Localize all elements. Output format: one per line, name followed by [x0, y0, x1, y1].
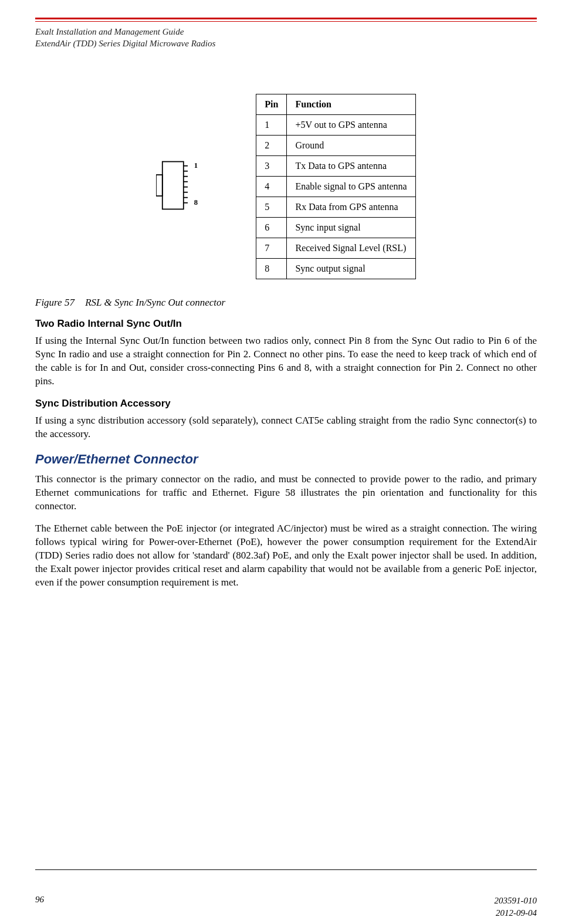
table-row: 7Received Signal Level (RSL)	[256, 238, 415, 259]
subheading-two-radio: Two Radio Internal Sync Out/In	[35, 318, 537, 330]
table-header-row: Pin Function	[256, 94, 415, 115]
section-power-ethernet: Power/Ethernet Connector	[35, 452, 537, 467]
figure-caption: Figure 57 RSL & Sync In/Sync Out connect…	[35, 297, 537, 309]
table-row: 5Rx Data from GPS antenna	[256, 197, 415, 218]
pin-label-1: 1	[194, 161, 198, 170]
header-rule-thin	[35, 21, 537, 22]
table-row: 8Sync output signal	[256, 259, 415, 279]
header-rule-thick	[35, 18, 537, 19]
para-sync-dist: If using a sync distribution accessory (…	[35, 414, 537, 441]
svg-rect-0	[163, 162, 184, 209]
page-number: 96	[35, 895, 44, 905]
table-row: 4Enable signal to GPS antenna	[256, 177, 415, 197]
page-header: Exalt Installation and Management Guide …	[35, 26, 215, 49]
header-line2: ExtendAir (TDD) Series Digital Microwave…	[35, 38, 215, 50]
col-function: Function	[287, 94, 415, 115]
footer-rule	[35, 869, 537, 870]
doc-number: 203591-010	[495, 896, 537, 905]
para-power-eth-1: This connector is the primary connector …	[35, 473, 537, 513]
para-power-eth-2: The Ethernet cable between the PoE injec…	[35, 522, 537, 590]
figure-number: Figure 57	[35, 297, 75, 308]
pins-table: Pin Function 1+5V out to GPS antenna 2Gr…	[256, 94, 415, 279]
pin-label-8: 8	[194, 198, 198, 207]
table-row: 6Sync input signal	[256, 218, 415, 238]
header-line1: Exalt Installation and Management Guide	[35, 26, 215, 38]
table-row: 2Ground	[256, 136, 415, 156]
connector-diagram: 1 8	[156, 156, 209, 217]
doc-date: 2012-09-04	[496, 908, 537, 918]
col-pin: Pin	[256, 94, 287, 115]
figure-title: RSL & Sync In/Sync Out connector	[85, 297, 225, 308]
figure-block: 1 8 Pin Function 1+5V out to GPS antenna…	[35, 94, 537, 279]
para-two-radio: If using the Internal Sync Out/In functi…	[35, 334, 537, 388]
table-row: 3Tx Data to GPS antenna	[256, 156, 415, 177]
subheading-sync-dist: Sync Distribution Accessory	[35, 398, 537, 409]
svg-rect-1	[156, 175, 163, 196]
table-row: 1+5V out to GPS antenna	[256, 115, 415, 136]
page-content: 1 8 Pin Function 1+5V out to GPS antenna…	[35, 94, 537, 599]
